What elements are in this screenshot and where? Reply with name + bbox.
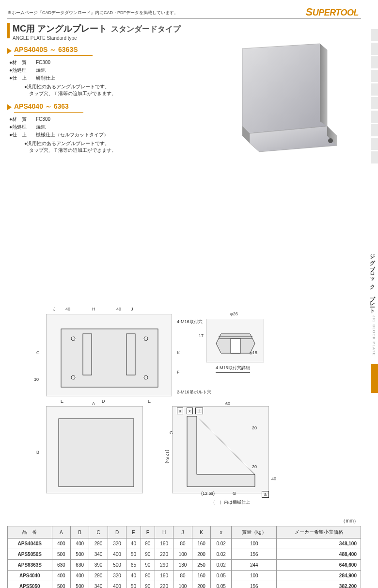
title-accent-bar — [7, 23, 10, 38]
table-header: C — [89, 526, 108, 539]
table-row: APS40404004002903204090160801600.0510028… — [8, 571, 361, 581]
table-row: APS4040S4004002903204090160801600.021003… — [8, 539, 361, 549]
spec-table: 品 番ABCDEFHJKx質量（kg）メーカー希望小売価格 APS4040S40… — [7, 526, 361, 588]
svg-rect-17 — [59, 419, 134, 487]
table-header: B — [70, 526, 89, 539]
model-range: APS4040 ～ 6363 — [14, 102, 83, 113]
arrow-icon — [7, 48, 12, 54]
technical-drawings: J 40 H 40 J 4-M16取付穴 C 30 K F E D E 2-M1… — [7, 314, 361, 498]
table-header: H — [155, 526, 173, 539]
table-header: x — [211, 526, 232, 539]
svg-point-4 — [328, 138, 333, 143]
drawing-front-view — [46, 406, 143, 493]
side-tab-en: JIG BLOCK PLATE — [372, 315, 376, 356]
side-accent — [371, 364, 378, 393]
svg-marker-18 — [187, 416, 255, 487]
table-row: APS505050050034040050902201002000.051563… — [8, 581, 361, 588]
table-header: 質量（kg） — [232, 526, 277, 539]
side-tab-jp: ジグブロック、プレート — [366, 243, 378, 318]
table-header: E — [126, 526, 141, 539]
catalog-page: ※ホームページ『CADデータダウンロード』内にCAD・PDFデータを掲載していま… — [0, 0, 378, 588]
unit-label: （mm） — [7, 518, 361, 524]
table-header: 品 番 — [8, 526, 52, 539]
title-english: ANGLE PLATE Standard type — [13, 35, 181, 41]
title-block: MC用 アングルプレートスタンダードタイプ ANGLE PLATE Standa… — [7, 23, 361, 41]
table-row: APS5050S50050034040050902201002000.02156… — [8, 549, 361, 560]
drawing-hole-detail — [206, 319, 264, 362]
drawing-side-view — [172, 406, 269, 493]
table-header: K — [192, 526, 210, 539]
svg-line-19 — [197, 416, 255, 474]
product-image — [218, 41, 349, 153]
side-thumbs — [371, 29, 378, 165]
svg-rect-6 — [61, 329, 158, 387]
svg-marker-1 — [320, 44, 327, 126]
svg-rect-16 — [231, 339, 240, 353]
title-main: MC用 アングルプレート — [13, 24, 107, 33]
svg-marker-0 — [242, 44, 327, 133]
brand-logo: SUPERTOOL — [305, 6, 359, 18]
table-header: メーカー希望小売価格 — [277, 526, 361, 539]
arrow-icon — [7, 104, 12, 110]
table-row: APS6363S63063039050065902901302500.02244… — [8, 560, 361, 571]
drawing-top-view — [46, 314, 172, 396]
table-header: D — [108, 526, 126, 539]
table-header: J — [173, 526, 192, 539]
table-header: F — [141, 526, 155, 539]
title-sub: スタンダードタイプ — [111, 25, 181, 33]
model-range: APS4040S ～ 6363S — [14, 46, 93, 56]
table-header: A — [52, 526, 70, 539]
